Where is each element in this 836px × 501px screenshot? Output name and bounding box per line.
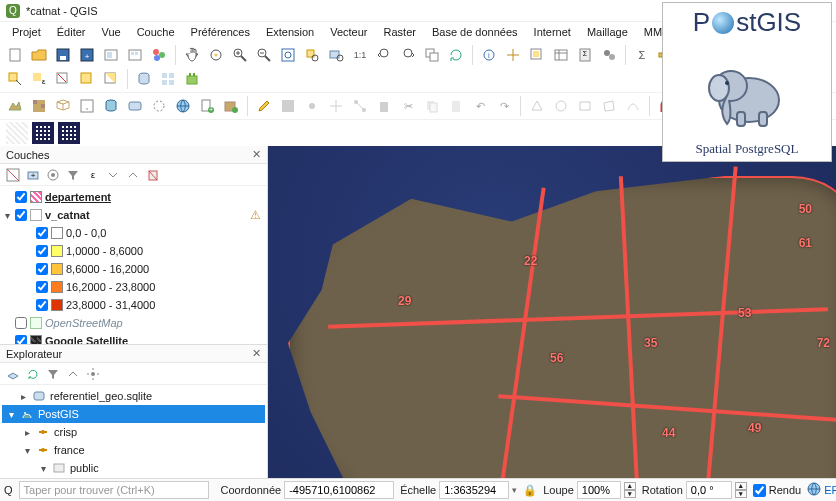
- class-checkbox[interactable]: [36, 281, 48, 293]
- toolbox-icon[interactable]: [598, 44, 620, 66]
- add-group-icon[interactable]: +: [24, 166, 42, 184]
- manage-themes-icon[interactable]: [44, 166, 62, 184]
- menu-bdd[interactable]: Base de données: [426, 24, 524, 40]
- new-shapefile-icon[interactable]: +: [196, 95, 218, 117]
- layers-tree[interactable]: departement ▾ v_catnat ⚠ 0,0 - 0,0 1,000…: [0, 186, 267, 344]
- warning-icon[interactable]: ⚠: [250, 208, 261, 222]
- delete-selected-icon[interactable]: [373, 95, 395, 117]
- refresh-icon[interactable]: [24, 365, 42, 383]
- layout-manager-icon[interactable]: [124, 44, 146, 66]
- move-feature-icon[interactable]: [325, 95, 347, 117]
- menu-editer[interactable]: Éditer: [51, 24, 92, 40]
- digitize-rect-icon[interactable]: [574, 95, 596, 117]
- close-icon[interactable]: ✕: [252, 148, 261, 161]
- crs-button[interactable]: EPSG:3857: [807, 482, 836, 498]
- filter-legend-icon[interactable]: [64, 166, 82, 184]
- paste-features-icon[interactable]: [445, 95, 467, 117]
- class-row[interactable]: 23,8000 - 31,4000: [2, 296, 265, 314]
- digitize-curve-icon[interactable]: [622, 95, 644, 117]
- new-map-view-icon[interactable]: [421, 44, 443, 66]
- cut-features-icon[interactable]: ✂: [397, 95, 419, 117]
- rotation-input[interactable]: [686, 481, 732, 499]
- class-row[interactable]: 0,0 - 0,0: [2, 224, 265, 242]
- caret-icon[interactable]: ▾: [38, 463, 48, 474]
- spinner[interactable]: ▴▾: [735, 482, 747, 498]
- layer-checkbox[interactable]: [15, 335, 27, 344]
- select-all-icon[interactable]: [76, 68, 98, 90]
- class-checkbox[interactable]: [36, 227, 48, 239]
- menu-raster[interactable]: Raster: [378, 24, 422, 40]
- select-features-icon[interactable]: [4, 68, 26, 90]
- add-vector-icon[interactable]: [4, 95, 26, 117]
- chevron-down-icon[interactable]: ▾: [512, 485, 517, 495]
- caret-icon[interactable]: ▾: [2, 210, 12, 221]
- expand-all-icon[interactable]: [104, 166, 122, 184]
- pan-icon[interactable]: [181, 44, 203, 66]
- zoom-selection-icon[interactable]: [301, 44, 323, 66]
- layer-checkbox[interactable]: [15, 317, 27, 329]
- explorer-item-france[interactable]: ▾ france: [2, 441, 265, 459]
- pattern2-icon[interactable]: [58, 122, 80, 144]
- no-paint-icon[interactable]: [6, 122, 28, 144]
- class-checkbox[interactable]: [36, 263, 48, 275]
- zoom-out-icon[interactable]: [253, 44, 275, 66]
- select-icon[interactable]: [526, 44, 548, 66]
- explorer-item-public[interactable]: ▾ public: [2, 459, 265, 477]
- invert-selection-icon[interactable]: [100, 68, 122, 90]
- filter-icon[interactable]: [44, 365, 62, 383]
- digitize-circle-icon[interactable]: [550, 95, 572, 117]
- stats-icon[interactable]: Σ: [631, 44, 653, 66]
- redo-icon[interactable]: ↷: [493, 95, 515, 117]
- style-dock-icon[interactable]: [4, 166, 22, 184]
- node-tool-icon[interactable]: [349, 95, 371, 117]
- locator-icon[interactable]: Q: [4, 481, 13, 499]
- add-delimited-icon[interactable]: ,: [76, 95, 98, 117]
- deselect-icon[interactable]: [52, 68, 74, 90]
- explorer-item-sqlite[interactable]: ▸ referentiel_geo.sqlite: [2, 387, 265, 405]
- style-manager-icon[interactable]: [148, 44, 170, 66]
- expression-filter-icon[interactable]: ε: [84, 166, 102, 184]
- coord-input[interactable]: [284, 481, 394, 499]
- add-virtual-icon[interactable]: [148, 95, 170, 117]
- zoom-full-icon[interactable]: [277, 44, 299, 66]
- explorer-item-crisp[interactable]: ▸ crisp: [2, 423, 265, 441]
- search-input[interactable]: Taper pour trouver (Ctrl+K): [19, 481, 209, 499]
- digitize-shape-icon[interactable]: [526, 95, 548, 117]
- spin-up-icon[interactable]: ▴: [624, 482, 636, 490]
- new-project-icon[interactable]: [4, 44, 26, 66]
- tile-tool-icon[interactable]: [157, 68, 179, 90]
- menu-vue[interactable]: Vue: [96, 24, 127, 40]
- digitize-poly-icon[interactable]: [598, 95, 620, 117]
- menu-extension[interactable]: Extension: [260, 24, 320, 40]
- menu-couche[interactable]: Couche: [131, 24, 181, 40]
- collapse-all-icon[interactable]: [124, 166, 142, 184]
- add-wms-icon[interactable]: [172, 95, 194, 117]
- db-manager-icon[interactable]: [133, 68, 155, 90]
- class-row[interactable]: 1,0000 - 8,6000: [2, 242, 265, 260]
- new-geopackage-icon[interactable]: [220, 95, 242, 117]
- pan-to-selection-icon[interactable]: [205, 44, 227, 66]
- class-row[interactable]: 8,6000 - 16,2000: [2, 260, 265, 278]
- add-mesh-icon[interactable]: [52, 95, 74, 117]
- collapse-icon[interactable]: [64, 365, 82, 383]
- layer-checkbox[interactable]: [15, 191, 27, 203]
- map-canvas[interactable]: 22 29 50 61 72 53 56 35 49 44 85 79: [268, 146, 836, 501]
- spinner[interactable]: ▴▾: [624, 482, 636, 498]
- zoom-in-icon[interactable]: [229, 44, 251, 66]
- render-checkbox[interactable]: [753, 484, 766, 497]
- add-raster-icon[interactable]: [28, 95, 50, 117]
- add-feature-icon[interactable]: [301, 95, 323, 117]
- action-icon[interactable]: [502, 44, 524, 66]
- add-postgis-icon[interactable]: [100, 95, 122, 117]
- menu-projet[interactable]: Projet: [6, 24, 47, 40]
- caret-icon[interactable]: ▸: [18, 391, 28, 402]
- undo-icon[interactable]: ↶: [469, 95, 491, 117]
- zoom-native-icon[interactable]: 1:1: [349, 44, 371, 66]
- zoom-layer-icon[interactable]: [325, 44, 347, 66]
- open-table-icon[interactable]: [550, 44, 572, 66]
- close-icon[interactable]: ✕: [252, 347, 261, 360]
- explorer-item-postgis[interactable]: ▾ PostGIS: [2, 405, 265, 423]
- zoom-next-icon[interactable]: [397, 44, 419, 66]
- layer-departement[interactable]: departement: [2, 188, 265, 206]
- menu-vecteur[interactable]: Vecteur: [324, 24, 373, 40]
